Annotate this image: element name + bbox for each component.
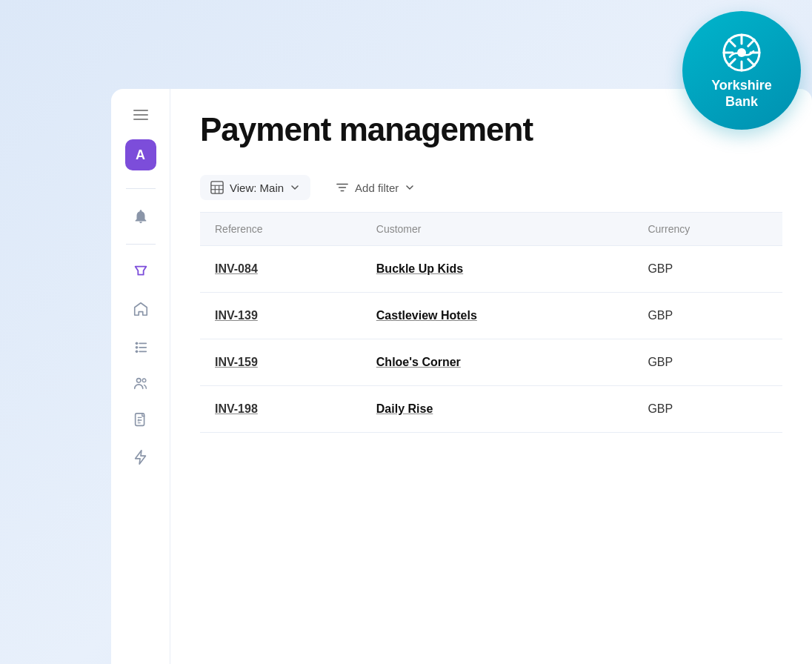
tasks-icon [133, 338, 149, 354]
user-avatar[interactable]: A [125, 139, 156, 170]
home-icon [133, 301, 149, 317]
column-header-reference: Reference [200, 213, 362, 246]
table-row: INV-159Chloe's CornerGBP [200, 339, 782, 386]
row-3-customer[interactable]: Daily Rise [362, 386, 633, 433]
sidebar-item-payments[interactable] [125, 256, 156, 288]
people-icon [133, 375, 149, 391]
svg-line-7 [748, 59, 755, 66]
filter-icon [336, 181, 349, 194]
row-2-reference[interactable]: INV-159 [200, 339, 362, 386]
row-2-customer[interactable]: Chloe's Corner [362, 339, 633, 386]
table-row: INV-139Castleview HotelsGBP [200, 293, 782, 339]
sidebar-item-notifications[interactable] [125, 201, 156, 232]
view-chevron-icon [290, 182, 300, 193]
bell-icon [133, 208, 149, 225]
payment-icon [133, 264, 149, 280]
row-1-reference[interactable]: INV-139 [200, 293, 362, 339]
table-header-row: Reference Customer Currency [200, 213, 782, 246]
svg-line-9 [729, 59, 736, 66]
sidebar-divider-mid [126, 244, 156, 245]
svg-point-16 [136, 379, 141, 382]
avatar-label: A [136, 147, 145, 163]
svg-point-17 [142, 379, 146, 382]
svg-line-6 [729, 40, 736, 47]
payments-table: Reference Customer Currency INV-084Buckl… [200, 213, 782, 433]
table-row: INV-198Daily RiseGBP [200, 386, 782, 433]
row-3-currency: GBP [633, 386, 782, 433]
svg-point-12 [135, 346, 138, 349]
hamburger-menu[interactable] [127, 104, 154, 126]
sidebar: A [111, 89, 170, 664]
sidebar-item-home[interactable] [125, 293, 156, 325]
table-row: INV-084Buckle Up KidsGBP [200, 246, 782, 293]
svg-point-14 [135, 351, 138, 353]
svg-rect-18 [135, 414, 144, 426]
sidebar-item-invoices[interactable]: £ [125, 405, 156, 436]
column-header-customer: Customer [362, 213, 633, 246]
bank-logo: YorkshireBank [682, 11, 801, 130]
bank-name: YorkshireBank [711, 78, 772, 110]
row-1-customer[interactable]: Castleview Hotels [362, 293, 633, 339]
sidebar-item-lightning[interactable] [125, 442, 156, 473]
column-header-currency: Currency [633, 213, 782, 246]
view-label: View: Main [230, 182, 284, 194]
svg-point-10 [135, 342, 138, 345]
lightning-icon [133, 449, 149, 465]
filter-chevron-icon [405, 182, 415, 193]
row-0-reference[interactable]: INV-084 [200, 246, 362, 293]
svg-text:£: £ [137, 418, 139, 422]
row-0-currency: GBP [633, 246, 782, 293]
sidebar-divider-top [126, 188, 156, 189]
add-filter-button[interactable]: Add filter [325, 175, 425, 200]
table-controls: View: Main Add filter [200, 163, 782, 213]
row-1-currency: GBP [633, 293, 782, 339]
view-selector[interactable]: View: Main [200, 175, 310, 200]
bank-logo-icon [719, 30, 764, 75]
svg-line-8 [748, 40, 755, 47]
sidebar-item-tasks[interactable] [125, 331, 156, 362]
svg-rect-20 [211, 182, 223, 193]
row-3-reference[interactable]: INV-198 [200, 386, 362, 433]
filter-label: Add filter [355, 182, 399, 194]
row-2-currency: GBP [633, 339, 782, 386]
content-area: Payment management View: Main [170, 89, 812, 664]
sidebar-item-people[interactable] [125, 368, 156, 399]
row-0-customer[interactable]: Buckle Up Kids [362, 246, 633, 293]
table-icon [210, 181, 224, 194]
page-title: Payment management [200, 111, 533, 148]
invoice-icon: £ [133, 412, 149, 428]
